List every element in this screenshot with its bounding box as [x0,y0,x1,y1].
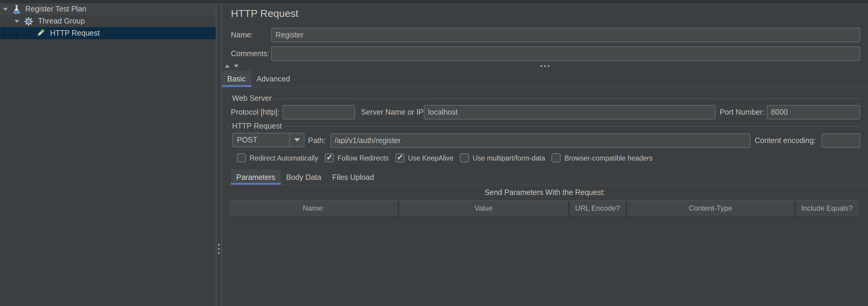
browser-compatible-headers-checkbox[interactable]: Browser-compatible headers [552,153,653,162]
checkbox-box[interactable] [325,153,334,162]
http-request-panel: HTTP Request Name: Comments: Basic Advan… [222,3,868,306]
splitter-grip-icon[interactable] [218,244,220,254]
protocol-input[interactable] [283,105,355,119]
payload-tabs: Parameters Body Data Files Upload [222,170,868,185]
name-input[interactable] [271,28,860,42]
tree-item-thread-group[interactable]: Thread Group [0,15,216,27]
use-keepalive-checkbox[interactable]: Use KeepAlive [396,153,454,162]
config-splitter[interactable] [222,63,868,70]
column-header-value[interactable]: Value [399,201,569,216]
use-multipart-checkbox[interactable]: Use multipart/form-data [460,153,545,162]
checkbox-label: Use multipart/form-data [472,154,545,162]
send-parameters-caption: Send Parameters With the Request: [222,188,868,197]
column-header-include-equals[interactable]: Include Equals? [795,201,858,216]
comments-label: Comments: [231,50,270,58]
checkbox-box[interactable] [237,153,246,162]
method-select[interactable]: POST [232,133,304,147]
page-title: HTTP Request [231,8,299,20]
checkbox-box[interactable] [552,153,561,162]
chevron-down-icon [294,138,300,142]
checkbox-label: Redirect Automatically [250,154,318,162]
tab-files-upload[interactable]: Files Upload [327,170,379,185]
http-sampler-pipette-icon [36,28,45,38]
port-number-label: Port Number: [720,108,765,116]
column-header-content-type[interactable]: Content-Type [627,201,796,216]
toolbar-bottom-edge [0,0,868,3]
server-name-label: Server Name or IP: [361,108,426,116]
test-plan-tree: Register Test Plan Thread Group [0,3,216,306]
view-tabs: Basic Advanced [222,71,868,87]
comments-input[interactable] [271,47,860,61]
tree-item-label: Register Test Plan [25,5,86,13]
redirect-automatically-checkbox[interactable]: Redirect Automatically [237,153,318,162]
tab-parameters[interactable]: Parameters [231,170,281,185]
web-server-group-title: Web Server [227,94,860,103]
tree-item-label: Thread Group [38,17,85,25]
combo-dropdown-button[interactable] [289,133,304,147]
jmeter-window: Register Test Plan Thread Group [0,0,868,306]
path-input[interactable] [330,133,750,148]
request-options: Redirect Automatically Follow Redirects … [237,153,653,163]
protocol-label: Protocol [http]: [231,108,279,116]
checkbox-label: Browser-compatible headers [564,154,653,162]
name-label: Name: [231,31,253,39]
tree-main-splitter[interactable] [216,3,222,306]
http-request-group-title: HTTP Request [227,122,860,130]
content-encoding-label: Content encoding: [755,136,816,145]
collapse-up-icon[interactable] [225,64,230,67]
content-encoding-input[interactable] [822,133,860,148]
column-header-name[interactable]: Name: [229,201,399,216]
tree-item-test-plan[interactable]: Register Test Plan [0,3,216,15]
tree-indent-guide [4,27,4,39]
tree-indent-guide [16,27,17,39]
path-label: Path: [308,136,326,145]
tab-body-data[interactable]: Body Data [281,170,327,185]
column-header-url-encode[interactable]: URL Encode? [569,201,627,216]
splitter-grip-icon[interactable] [540,65,550,67]
checkbox-box[interactable] [396,153,404,162]
follow-redirects-checkbox[interactable]: Follow Redirects [325,153,389,162]
expand-arrow-icon[interactable] [3,7,8,10]
tab-basic[interactable]: Basic [222,71,251,87]
test-plan-flask-icon [13,4,21,13]
tree-item-label: HTTP Request [50,29,100,37]
checkbox-label: Use KeepAlive [408,154,454,162]
tab-advanced[interactable]: Advanced [251,71,296,87]
tab-label: Advanced [256,75,290,83]
tab-label: Files Upload [332,173,374,182]
parameters-table-header: Name: Value URL Encode? Content-Type Inc… [229,200,858,217]
checkbox-label: Follow Redirects [338,154,389,162]
tree-item-http-request[interactable]: HTTP Request [0,27,216,39]
collapse-down-icon[interactable] [234,64,239,67]
port-number-input[interactable] [767,105,860,119]
method-value: POST [233,133,289,147]
server-name-input[interactable] [424,105,715,119]
tab-label: Basic [227,75,246,83]
thread-group-gear-icon [24,17,33,26]
expand-arrow-icon[interactable] [14,20,19,23]
tab-label: Parameters [236,173,275,182]
tab-label: Body Data [286,173,321,182]
checkbox-box[interactable] [460,153,469,162]
